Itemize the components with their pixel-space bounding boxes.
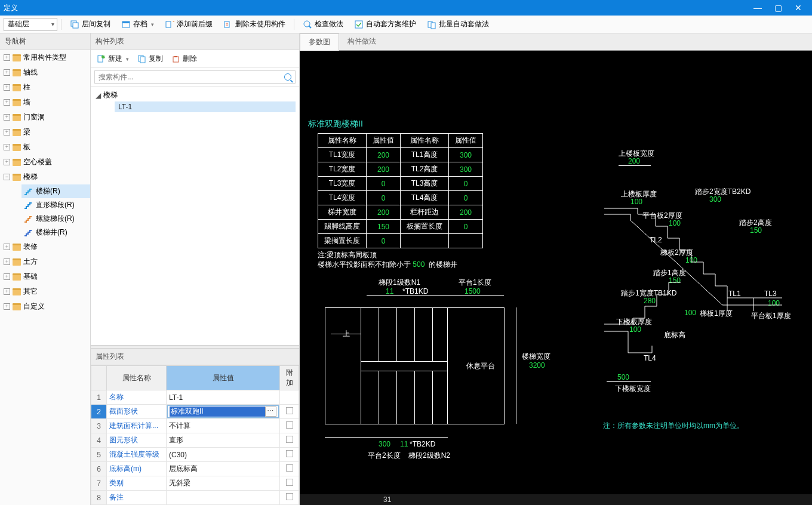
- nav-item[interactable]: +墙: [0, 95, 90, 110]
- folder-icon: [13, 99, 21, 106]
- copy-icon: [70, 20, 79, 29]
- col-value: 属性值: [167, 366, 280, 390]
- expand-icon[interactable]: +: [4, 159, 10, 165]
- expand-icon[interactable]: +: [4, 273, 10, 280]
- svg-rect-11: [355, 21, 362, 28]
- search-row: [91, 68, 299, 87]
- nav-item[interactable]: −楼梯: [0, 170, 90, 184]
- tree-leaf-selected[interactable]: LT-1: [115, 101, 296, 112]
- plan-icon: [354, 20, 364, 29]
- svg-text:+: +: [173, 20, 174, 26]
- checkbox[interactable]: [286, 479, 293, 486]
- expand-icon[interactable]: +: [4, 129, 10, 136]
- checkbox[interactable]: [286, 436, 293, 443]
- property-row[interactable]: 3建筑面积计算...不计算: [91, 419, 299, 433]
- svg-text:+: +: [102, 54, 106, 60]
- nav-item[interactable]: +空心楼盖: [0, 155, 90, 170]
- folder-icon: [13, 69, 21, 76]
- expand-icon[interactable]: +: [4, 84, 10, 91]
- expand-icon[interactable]: +: [4, 69, 10, 76]
- svg-rect-18: [140, 57, 145, 63]
- svg-rect-1: [73, 23, 78, 28]
- property-row[interactable]: 1名称LT-1: [91, 390, 299, 405]
- col-name: 属性名称: [107, 366, 167, 390]
- titlebar: 定义 — ▢ ✕: [0, 0, 812, 16]
- nav-item[interactable]: +梁: [0, 125, 90, 140]
- component-tree[interactable]: ◢ 楼梯 LT-1: [91, 87, 299, 345]
- diagram-canvas[interactable]: 标准双跑楼梯II 属性名称属性值属性名称属性值TL1宽度200TL1高度300T…: [300, 51, 812, 505]
- checkbox[interactable]: [286, 421, 293, 429]
- separator: [294, 19, 294, 30]
- copy-icon: [137, 54, 146, 63]
- expand-icon[interactable]: +: [4, 288, 10, 295]
- expand-icon[interactable]: +: [4, 303, 10, 310]
- delete-button[interactable]: 删除: [169, 53, 199, 65]
- property-row[interactable]: 8备注: [91, 491, 299, 505]
- auto-plan-button[interactable]: 自动套方案维护: [349, 17, 421, 31]
- svg-rect-13: [431, 23, 435, 29]
- nav-sub-item[interactable]: 楼梯井(R): [21, 226, 90, 239]
- minimize-button[interactable]: —: [748, 3, 768, 13]
- property-row[interactable]: 2截面形状标准双跑II···: [91, 405, 299, 419]
- nav-item[interactable]: +其它: [0, 284, 90, 299]
- expand-icon[interactable]: +: [4, 114, 10, 121]
- nav-item[interactable]: +装修: [0, 239, 90, 254]
- nav-tree[interactable]: +常用构件类型+轴线+柱+墙+门窗洞+梁+板+空心楼盖−楼梯楼梯(R)直形梯段(…: [0, 50, 90, 505]
- property-row[interactable]: 5混凝土强度等级(C30): [91, 448, 299, 462]
- nav-item[interactable]: +轴线: [0, 65, 90, 80]
- nav-item[interactable]: +基础: [0, 269, 90, 284]
- tab-component-method[interactable]: 构件做法: [339, 33, 385, 50]
- batch-auto-button[interactable]: 批量自动套做法: [422, 17, 494, 31]
- collapse-icon[interactable]: −: [4, 174, 10, 180]
- nav-item[interactable]: +自定义: [0, 299, 90, 314]
- expand-icon[interactable]: +: [4, 244, 10, 250]
- expand-icon[interactable]: +: [4, 144, 10, 150]
- tab-param-diagram[interactable]: 参数图: [300, 33, 339, 51]
- nav-column: 导航树 +常用构件类型+轴线+柱+墙+门窗洞+梁+板+空心楼盖−楼梯楼梯(R)直…: [0, 33, 91, 505]
- delete-icon: [171, 54, 180, 63]
- checkbox[interactable]: [286, 450, 293, 457]
- checkbox[interactable]: [286, 464, 293, 472]
- search-input[interactable]: [94, 70, 296, 84]
- nav-item[interactable]: +常用构件类型: [0, 50, 90, 65]
- nav-item[interactable]: +门窗洞: [0, 110, 90, 125]
- property-row[interactable]: 7类别无斜梁: [91, 476, 299, 491]
- stair-icon: [24, 229, 32, 237]
- property-grid[interactable]: 属性名称 属性值 附加 1名称LT-12截面形状标准双跑II···3建筑面积计算…: [91, 365, 299, 505]
- copy-button[interactable]: 复制: [135, 53, 165, 65]
- nav-sub-item[interactable]: 楼梯(R): [21, 184, 90, 198]
- check-method-button[interactable]: 检查做法: [298, 17, 348, 31]
- new-icon: +: [97, 54, 106, 63]
- property-row[interactable]: 4图元形状直形: [91, 433, 299, 448]
- search-field[interactable]: [99, 73, 291, 81]
- nav-sub-item[interactable]: 螺旋梯段(R): [21, 212, 90, 226]
- batch-icon: [427, 20, 436, 29]
- archive-button[interactable]: 存档▾: [116, 17, 159, 31]
- folder-icon: [13, 84, 21, 91]
- ellipsis-button[interactable]: ···: [265, 407, 276, 417]
- folder-icon: [13, 159, 21, 166]
- property-header: 属性列表: [91, 349, 299, 365]
- nav-item[interactable]: +土方: [0, 254, 90, 269]
- plan-drawing: 梯段1级数N1 11 *TB1KD 平台1长度 1500: [319, 272, 576, 475]
- close-button[interactable]: ✕: [788, 3, 808, 13]
- layer-select[interactable]: 基础层: [4, 18, 57, 31]
- note-footer: 注：所有参数未注明单位时均以mm为单位。: [603, 421, 744, 431]
- expand-icon[interactable]: +: [4, 99, 10, 106]
- checkbox[interactable]: [286, 493, 293, 500]
- nav-item[interactable]: +柱: [0, 80, 90, 95]
- delete-unused-button[interactable]: 删除未使用构件: [219, 17, 290, 31]
- nav-sub-item[interactable]: 直形梯段(R): [21, 198, 90, 212]
- layer-copy-button[interactable]: 层间复制: [65, 17, 115, 31]
- property-row[interactable]: 6底标高(m)层底标高: [91, 462, 299, 476]
- expand-icon[interactable]: +: [4, 258, 10, 265]
- tree-root[interactable]: ◢ 楼梯: [94, 89, 296, 101]
- maximize-button[interactable]: ▢: [768, 3, 788, 13]
- nav-item[interactable]: +板: [0, 140, 90, 155]
- nav-header: 导航树: [0, 33, 90, 50]
- new-button[interactable]: + 新建▾: [94, 53, 131, 65]
- stair-icon: [24, 215, 32, 223]
- checkbox[interactable]: [286, 407, 293, 414]
- expand-icon[interactable]: +: [4, 54, 10, 61]
- add-prefix-button[interactable]: + 添加前后缀: [160, 17, 217, 31]
